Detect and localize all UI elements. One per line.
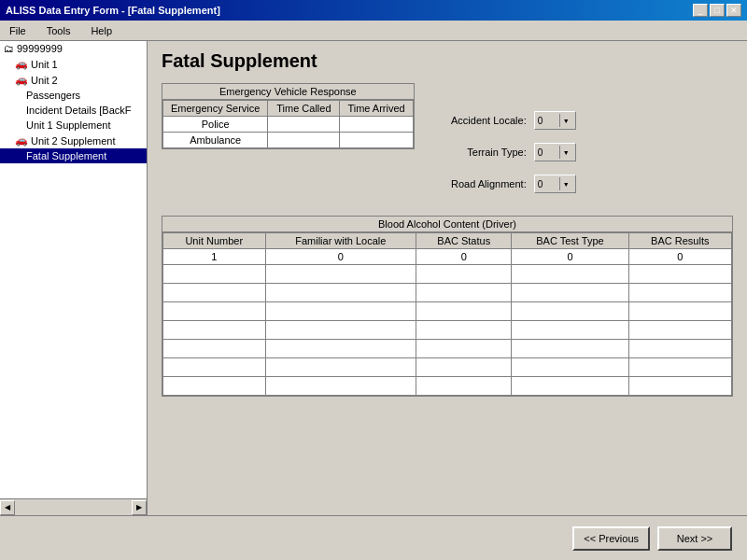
- sidebar-item-fatal-label: Fatal Supplement: [26, 150, 106, 161]
- sidebar-item-unit1-supp-label: Unit 1 Supplement: [26, 119, 111, 131]
- bac-results-cell: 0: [628, 249, 731, 265]
- sidebar-item-incident-label: Incident Details [BackF: [26, 105, 132, 116]
- content-area: Fatal Supplement Emergency Vehicle Respo…: [148, 41, 747, 515]
- menu-file[interactable]: File: [4, 23, 32, 38]
- table-row: [163, 302, 732, 321]
- bac-col-unit-number: Unit Number: [163, 233, 266, 249]
- bac-test-type-cell: 0: [512, 249, 628, 265]
- scroll-left-button[interactable]: ◀: [0, 500, 15, 515]
- previous-button[interactable]: << Previous: [572, 526, 650, 551]
- col-emergency-service: Emergency Service: [163, 101, 268, 117]
- table-row: [163, 358, 732, 377]
- sidebar-item-unit2-label: Unit 2: [31, 75, 58, 86]
- person-red-icon-2: 🚗: [15, 74, 28, 86]
- terrain-type-label: Terrain Type:: [443, 147, 527, 158]
- terrain-type-value: 0: [538, 147, 543, 158]
- police-time-called-cell[interactable]: [268, 117, 340, 133]
- bac-section: Blood Alcohol Content (Driver) Unit Numb…: [162, 216, 733, 397]
- accident-locale-value: 0: [538, 116, 543, 126]
- terrain-type-dropdown[interactable]: 0 ▼: [534, 143, 576, 161]
- police-time-arrived-input[interactable]: [348, 119, 404, 130]
- terrain-type-row: Terrain Type: 0 ▼: [443, 143, 576, 161]
- ambulance-time-arrived-cell[interactable]: [340, 133, 413, 148]
- sidebar-item-unit1[interactable]: 🚗 Unit 1: [0, 56, 147, 72]
- bac-header: Blood Alcohol Content (Driver): [162, 217, 732, 232]
- folder-icon: 🗂: [4, 43, 14, 54]
- top-section: Emergency Vehicle Response Emergency Ser…: [162, 83, 733, 201]
- right-fields-panel: Accident Locale: 0 ▼ Terrain Type: 0 ▼: [443, 83, 576, 201]
- sidebar-item-passengers-label: Passengers: [26, 90, 80, 101]
- menu-bar: File Tools Help: [0, 21, 747, 41]
- col-time-called: Time Called: [268, 101, 340, 117]
- bac-col-status: BAC Status: [416, 233, 512, 249]
- road-alignment-row: Road Alignment: 0 ▼: [443, 175, 576, 193]
- ambulance-time-called-input[interactable]: [275, 134, 331, 146]
- bac-status-cell: 0: [416, 249, 512, 265]
- table-row: 1 0 0 0 0: [163, 249, 732, 265]
- col-time-arrived: Time Arrived: [340, 101, 413, 117]
- accident-locale-arrow[interactable]: ▼: [559, 114, 572, 127]
- bac-data-table: Unit Number Familiar with Locale BAC Sta…: [162, 232, 732, 396]
- ambulance-time-arrived-input[interactable]: [348, 134, 404, 146]
- bac-familiar-cell: 0: [265, 249, 416, 265]
- table-row: [163, 340, 732, 358]
- table-row: Ambulance: [163, 133, 414, 148]
- person-red-icon-3: 🚗: [15, 134, 28, 147]
- menu-tools[interactable]: Tools: [41, 23, 77, 38]
- sidebar-scrollbar[interactable]: ◀ ▶: [0, 498, 147, 515]
- road-alignment-arrow[interactable]: ▼: [559, 177, 572, 190]
- accident-locale-label: Accident Locale:: [443, 115, 527, 126]
- sidebar-item-unit2[interactable]: 🚗 Unit 2: [0, 72, 147, 88]
- page-title: Fatal Supplement: [162, 50, 733, 72]
- sidebar-item-fatal-supplement[interactable]: Fatal Supplement: [0, 148, 147, 163]
- sidebar-item-root-label: 99999999: [17, 43, 63, 54]
- scroll-right-button[interactable]: ▶: [132, 500, 147, 515]
- emergency-data-table: Emergency Service Time Called Time Arriv…: [162, 100, 414, 148]
- title-bar-text: ALISS Data Entry Form - [Fatal Supplemen…: [6, 5, 220, 16]
- accident-locale-row: Accident Locale: 0 ▼: [443, 111, 576, 130]
- bottom-bar: << Previous Next >>: [0, 515, 747, 560]
- menu-help[interactable]: Help: [85, 23, 118, 38]
- close-button[interactable]: ✕: [726, 4, 741, 17]
- table-row: Police: [163, 117, 414, 133]
- accident-locale-dropdown[interactable]: 0 ▼: [534, 111, 576, 130]
- ambulance-service-cell: Ambulance: [163, 133, 268, 148]
- bac-unit-number-cell: 1: [163, 249, 266, 265]
- sidebar-item-unit1-supplement[interactable]: Unit 1 Supplement: [0, 118, 147, 133]
- minimize-button[interactable]: _: [693, 4, 708, 17]
- title-bar: ALISS Data Entry Form - [Fatal Supplemen…: [0, 0, 747, 21]
- table-row: [163, 321, 732, 340]
- terrain-type-arrow[interactable]: ▼: [559, 146, 572, 159]
- bac-col-test-type: BAC Test Type: [512, 233, 628, 249]
- emergency-vehicle-table: Emergency Vehicle Response Emergency Ser…: [162, 83, 415, 149]
- road-alignment-dropdown[interactable]: 0 ▼: [534, 175, 576, 193]
- police-time-arrived-cell[interactable]: [340, 117, 413, 133]
- bac-col-familiar: Familiar with Locale: [265, 233, 416, 249]
- sidebar: 🗂 99999999 🚗 Unit 1 🚗 Unit 2 Passengers: [0, 41, 148, 498]
- emergency-table-header: Emergency Vehicle Response: [162, 84, 414, 100]
- sidebar-item-root[interactable]: 🗂 99999999: [0, 41, 147, 56]
- title-bar-buttons: _ □ ✕: [693, 4, 741, 17]
- sidebar-item-unit1-label: Unit 1: [31, 59, 58, 70]
- scroll-track: [15, 501, 132, 514]
- bac-col-results: BAC Results: [628, 233, 731, 249]
- sidebar-item-unit2-supplement[interactable]: 🚗 Unit 2 Supplement: [0, 133, 147, 148]
- police-time-called-input[interactable]: [275, 119, 331, 130]
- police-service-cell: Police: [163, 117, 268, 133]
- maximize-button[interactable]: □: [710, 4, 725, 17]
- road-alignment-value: 0: [538, 179, 543, 189]
- road-alignment-label: Road Alignment:: [443, 178, 527, 189]
- table-row: [163, 284, 732, 302]
- table-row: [163, 265, 732, 284]
- sidebar-item-incident-details[interactable]: Incident Details [BackF: [0, 103, 147, 118]
- ambulance-time-called-cell[interactable]: [268, 133, 340, 148]
- sidebar-item-passengers[interactable]: Passengers: [0, 88, 147, 103]
- person-red-icon-1: 🚗: [15, 58, 28, 70]
- sidebar-item-unit2-supp-label: Unit 2 Supplement: [31, 135, 116, 147]
- next-button[interactable]: Next >>: [657, 526, 732, 551]
- table-row: [163, 377, 732, 396]
